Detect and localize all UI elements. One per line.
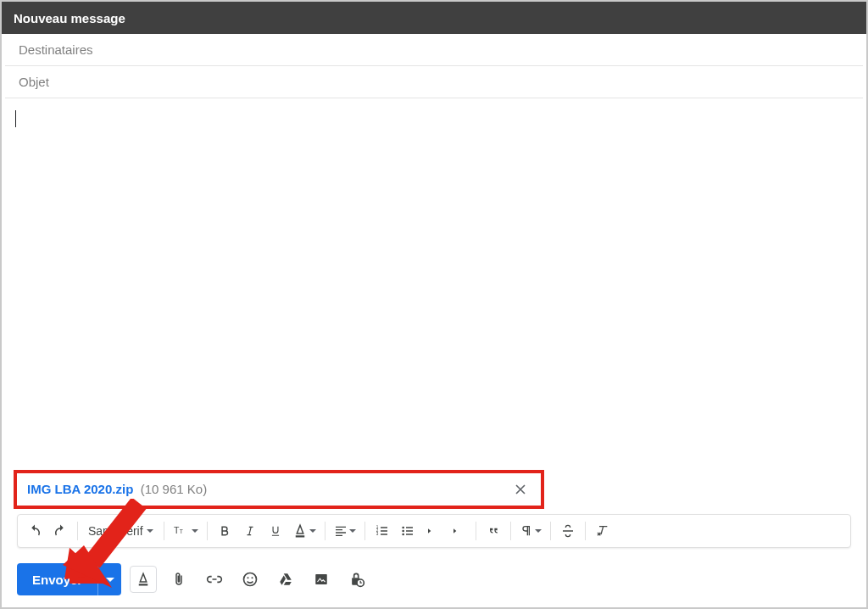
caret-down-icon xyxy=(309,529,316,533)
toolbar-separator xyxy=(476,522,476,540)
bullet-list-button[interactable] xyxy=(396,518,420,544)
toolbar-separator xyxy=(77,522,78,540)
lock-clock-icon xyxy=(348,571,365,588)
strikethrough-icon xyxy=(561,524,575,538)
strikethrough-button[interactable] xyxy=(556,518,580,544)
numbered-list-button[interactable]: 123 xyxy=(370,518,394,544)
text-color-icon xyxy=(292,523,308,539)
toolbar-separator xyxy=(325,522,326,540)
insert-drive-button[interactable] xyxy=(272,566,299,593)
underline-icon xyxy=(270,523,281,539)
indent-more-button[interactable] xyxy=(447,518,470,544)
svg-rect-9 xyxy=(139,584,148,585)
drive-icon xyxy=(277,572,294,587)
send-options-button[interactable] xyxy=(97,563,121,595)
toolbar-separator xyxy=(164,522,164,540)
formatting-toggle-button[interactable] xyxy=(130,566,157,593)
italic-icon xyxy=(244,524,256,538)
toolbar-separator xyxy=(207,522,208,540)
insert-link-button[interactable] xyxy=(201,566,228,593)
undo-button[interactable] xyxy=(23,518,47,544)
underline-button[interactable] xyxy=(264,518,287,544)
font-size-icon: TT xyxy=(173,523,190,539)
insert-emoji-button[interactable] xyxy=(236,566,264,593)
send-button[interactable]: Envoyer xyxy=(17,563,97,595)
text-direction-button[interactable] xyxy=(516,518,545,544)
attach-file-button[interactable] xyxy=(165,566,192,593)
quote-icon xyxy=(487,524,500,538)
font-family-label: Sans Serif xyxy=(88,524,143,538)
attachment-size: (10 961 Ko) xyxy=(141,482,207,496)
image-icon xyxy=(313,572,330,587)
send-label: Envoyer xyxy=(32,573,82,587)
svg-point-7 xyxy=(402,530,404,533)
attachment-remove-button[interactable] xyxy=(510,484,531,494)
subject-row[interactable] xyxy=(5,66,863,98)
align-icon xyxy=(334,524,348,538)
emoji-icon xyxy=(242,571,259,588)
font-size-select[interactable]: TT xyxy=(170,518,202,544)
svg-point-8 xyxy=(402,534,404,536)
pilcrow-icon xyxy=(520,523,533,539)
toolbar-separator xyxy=(550,522,551,540)
toolbar-separator xyxy=(510,522,511,540)
compose-window: Nouveau message IMG LBA 2020.zip (10 961… xyxy=(0,0,868,609)
italic-button[interactable] xyxy=(238,518,262,544)
send-button-group: Envoyer xyxy=(17,563,121,595)
paperclip-icon xyxy=(171,571,186,588)
svg-point-6 xyxy=(402,527,404,529)
insert-image-button[interactable] xyxy=(308,566,335,593)
bold-icon xyxy=(219,524,231,538)
svg-point-11 xyxy=(248,577,249,578)
svg-text:T: T xyxy=(174,525,180,535)
svg-point-12 xyxy=(252,577,253,578)
text-cursor xyxy=(15,110,16,127)
svg-text:3: 3 xyxy=(376,532,378,536)
toolbar-separator xyxy=(585,522,586,540)
compose-header: Nouveau message xyxy=(2,2,866,34)
text-format-icon xyxy=(136,572,151,587)
svg-rect-2 xyxy=(295,535,304,537)
caret-down-icon xyxy=(192,529,198,533)
toolbar-separator xyxy=(364,522,365,540)
confidential-mode-button[interactable] xyxy=(343,566,370,593)
font-family-select[interactable]: Sans Serif xyxy=(83,524,159,538)
caret-down-icon xyxy=(535,529,542,533)
bullet-list-icon xyxy=(401,524,415,538)
recipients-input[interactable] xyxy=(19,42,849,57)
subject-input[interactable] xyxy=(19,75,849,89)
numbered-list-icon: 123 xyxy=(376,524,389,538)
bold-button[interactable] xyxy=(213,518,236,544)
recipients-row[interactable] xyxy=(5,34,863,66)
clear-format-icon xyxy=(595,524,610,538)
close-icon xyxy=(515,484,526,494)
redo-button[interactable] xyxy=(48,518,72,544)
caret-down-icon xyxy=(147,529,153,533)
redo-icon xyxy=(53,523,68,539)
clear-formatting-button[interactable] xyxy=(591,518,615,544)
attachment-filename[interactable]: IMG LBA 2020.zip xyxy=(27,482,133,496)
svg-rect-13 xyxy=(315,574,327,584)
svg-text:T: T xyxy=(179,528,182,534)
align-button[interactable] xyxy=(331,518,359,544)
attachment-chip[interactable]: IMG LBA 2020.zip (10 961 Ko) xyxy=(14,470,544,509)
text-color-button[interactable] xyxy=(289,518,320,544)
window-title: Nouveau message xyxy=(14,11,125,25)
indent-less-icon xyxy=(426,524,440,538)
message-body[interactable] xyxy=(2,98,866,421)
indent-less-button[interactable] xyxy=(421,518,445,544)
undo-icon xyxy=(27,523,42,539)
caret-down-icon xyxy=(349,529,356,533)
compose-actions-row: Envoyer xyxy=(17,562,851,597)
formatting-toolbar: Sans Serif TT 123 xyxy=(17,514,851,548)
attachment-highlight: IMG LBA 2020.zip (10 961 Ko) xyxy=(14,470,544,509)
svg-point-10 xyxy=(244,573,257,586)
link-icon xyxy=(206,571,223,588)
caret-down-icon xyxy=(106,578,114,582)
quote-button[interactable] xyxy=(481,518,505,544)
indent-more-icon xyxy=(452,524,465,538)
